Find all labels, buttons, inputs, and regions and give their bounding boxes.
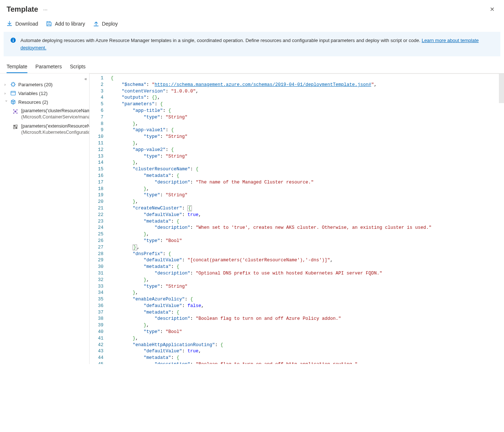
outline-sidebar: « › Parameters (20) › Variables (12) › R… [0,73,89,364]
svg-rect-12 [14,127,15,129]
add-to-library-label: Add to library [55,21,85,27]
svg-point-8 [13,113,14,114]
tree-resources-label: Resources (2) [18,99,48,105]
collapse-sidebar-button[interactable]: « [84,76,87,82]
deploy-icon [93,21,99,27]
info-icon [10,37,16,43]
tab-parameters[interactable]: Parameters [35,60,62,73]
download-button[interactable]: Download [7,21,38,27]
cluster-icon [12,109,18,114]
resource-item-name: [parameters('extensionResourceNa [21,123,89,129]
tab-scripts[interactable]: Scripts [70,60,86,73]
tree-parameters-label: Parameters (20) [18,82,53,87]
deploy-label: Deploy [102,21,118,27]
save-icon [46,21,52,27]
tab-template[interactable]: Template [7,60,27,73]
tree-variables-label: Variables (12) [18,91,48,96]
resource-item-name: [parameters('clusterResourceName [21,108,89,114]
code-content[interactable]: { "$schema": "https://schema.management.… [109,74,504,364]
page-title: Template [7,5,38,14]
chevron-right-icon: › [4,91,8,95]
svg-point-1 [13,39,14,39]
resource-item-type: (Microsoft.ContainerService/mana [21,114,89,120]
variables-icon [10,90,16,96]
tree-resource-item[interactable]: [parameters('clusterResourceName (Micros… [0,106,89,122]
svg-rect-4 [11,91,15,95]
info-banner: Automate deploying resources with Azure … [4,32,500,56]
svg-point-6 [13,109,14,110]
svg-rect-13 [16,127,17,129]
more-button[interactable]: ··· [43,7,48,12]
resources-icon [10,99,16,105]
tree-variables[interactable]: › Variables (12) [0,89,89,98]
parameters-icon [10,82,16,87]
chevron-right-icon: › [4,83,8,87]
minimap-slider[interactable] [499,74,504,103]
svg-rect-11 [16,125,17,126]
line-numbers: 1234567891011121314151617181920212223242… [90,74,109,364]
tree-parameters[interactable]: › Parameters (20) [0,80,89,89]
download-icon [7,21,12,27]
close-button[interactable]: ✕ [487,4,497,14]
resource-item-type: (Microsoft.KubernetesConfiguratic [21,129,89,136]
add-to-library-button[interactable]: Add to library [46,21,85,27]
svg-point-7 [16,109,18,110]
tree-resource-item[interactable]: [parameters('extensionResourceNa (Micros… [0,122,89,137]
tree-resources[interactable]: › Resources (2) [0,98,89,106]
download-label: Download [15,21,38,27]
code-editor[interactable]: 1234567891011121314151617181920212223242… [89,73,504,364]
svg-rect-10 [14,125,15,126]
extension-icon [12,124,18,130]
deploy-button[interactable]: Deploy [93,21,118,27]
chevron-down-icon: › [4,100,8,104]
svg-point-5 [14,110,16,112]
svg-point-9 [16,113,18,114]
svg-rect-2 [13,40,14,42]
info-text: Automate deploying resources with Azure … [20,38,422,43]
